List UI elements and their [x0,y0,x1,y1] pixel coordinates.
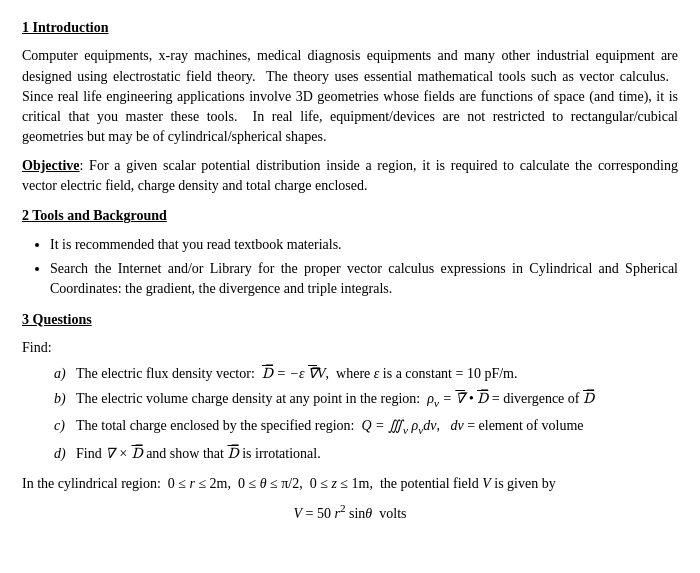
section-1-title: 1 Introduction [22,18,678,38]
section-2-title: 2 Tools and Background [22,206,678,226]
q-d-label: d) [54,444,76,464]
section-3-title: 3 Questions [22,310,678,330]
section-1-para: Computer equipments, x-ray machines, med… [22,46,678,147]
q-d-text: Find ∇ × D̅ and show that D̅ is irrotati… [76,444,678,464]
objective-text: Objective: For a given scalar potential … [22,156,678,197]
section-2: 2 Tools and Background It is recommended… [22,206,678,299]
q-c-label: c) [54,416,76,436]
question-b: b) The electric volume charge density at… [54,389,678,411]
question-a: a) The electric flux density vector: D̅ … [54,364,678,384]
bullet-2: Search the Internet and/or Library for t… [50,259,678,300]
find-label: Find: [22,338,678,358]
question-d: d) Find ∇ × D̅ and show that D̅ is irrot… [54,444,678,464]
final-region-text: In the cylindrical region: 0 ≤ r ≤ 2m, 0… [22,474,678,494]
section-1: 1 Introduction Computer equipments, x-ra… [22,18,678,196]
question-c: c) The total charge enclosed by the spec… [54,416,678,438]
q-a-text: The electric flux density vector: D̅ = −… [76,364,678,384]
formula-center: V = 50 r2 sinθ volts [22,500,678,524]
section-2-bullets: It is recommended that you read textbook… [50,235,678,300]
q-b-label: b) [54,389,76,409]
questions-list: a) The electric flux density vector: D̅ … [54,364,678,464]
q-a-label: a) [54,364,76,384]
section-3: 3 Questions Find: a) The electric flux d… [22,310,678,464]
bullet-1: It is recommended that you read textbook… [50,235,678,255]
q-b-text: The electric volume charge density at an… [76,389,678,411]
q-c-text: The total charge enclosed by the specifi… [76,416,678,438]
